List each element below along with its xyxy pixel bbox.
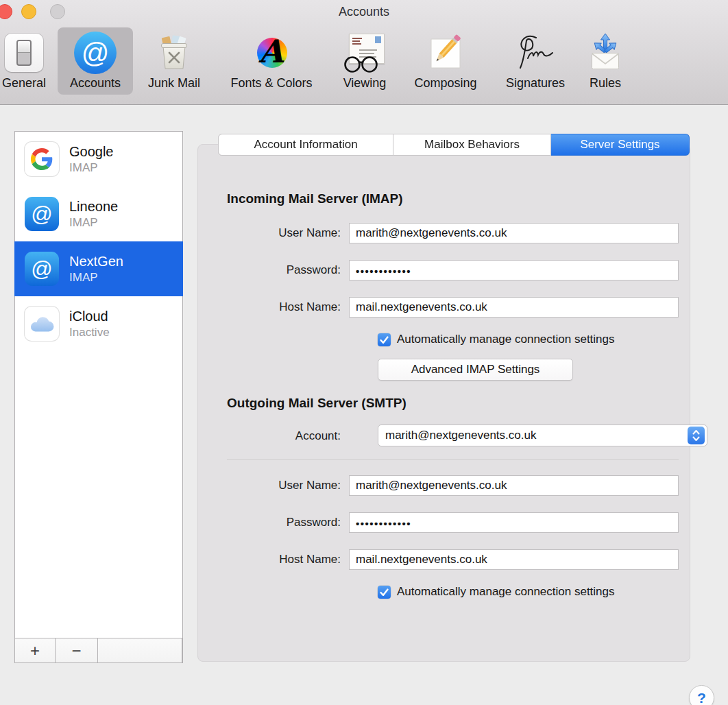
outgoing-password-input[interactable] [349,512,679,533]
toolbar-item-label: Signatures [506,76,565,91]
letter-rainbow-icon: A [252,30,291,75]
outgoing-password-row: Password: [227,512,679,534]
sidebar-item-nextgen[interactable]: @ NextGen IMAP [14,241,183,296]
incoming-user-name-input[interactable] [349,223,679,243]
checkbox-checked-icon [378,586,391,599]
account-type: IMAP [69,271,123,285]
tab-server-settings[interactable]: Server Settings [551,134,690,156]
toolbar-item-viewing[interactable]: Viewing [335,27,395,95]
user-name-label: User Name: [227,226,349,240]
tab-account-information[interactable]: Account Information [218,134,393,156]
icloud-cloud-icon [25,307,59,341]
toolbar-item-composing[interactable]: Composing [404,27,487,95]
at-badge-icon: @ [25,252,59,286]
smtp-account-popup[interactable]: marith@nextgenevents.co.uk [378,425,707,446]
glasses-letter-icon [343,30,386,75]
toolbar-item-label: Accounts [70,76,121,91]
sidebar-bottom-bar: + − [15,638,182,662]
outgoing-section-heading: Outgoing Mail Server (SMTP) [227,396,407,411]
tab-mailbox-behaviors[interactable]: Mailbox Behaviors [393,134,551,156]
incoming-user-name-row: User Name: [227,222,679,244]
outgoing-user-name-input[interactable] [349,475,679,496]
titlebar: Accounts [0,0,728,25]
sidebar-bottom-filler [98,638,182,662]
outgoing-user-name-row: User Name: [227,475,679,497]
toolbar-item-rules[interactable]: Rules [584,27,627,95]
toolbar-item-label: Viewing [343,76,387,91]
toolbar-item-junk-mail[interactable]: Junk Mail [138,27,210,95]
incoming-password-row: Password: [227,259,679,281]
signature-icon [513,30,557,75]
auto-manage-label: Automatically manage connection settings [397,585,615,599]
account-label: Account: [227,429,349,443]
outgoing-host-name-row: Host Name: [227,549,679,571]
incoming-section-heading: Incoming Mail Server (IMAP) [227,191,403,206]
sidebar-item-lineone[interactable]: @ Lineone IMAP [15,187,182,241]
incoming-host-name-row: Host Name: [227,296,679,318]
envelope-arrows-icon [585,30,625,75]
outgoing-host-name-input[interactable] [349,549,679,570]
toolbar-item-label: Fonts & Colors [230,76,312,91]
incoming-password-input[interactable] [349,260,679,280]
sidebar-item-icloud[interactable]: iCloud Inactive [15,296,182,351]
help-button[interactable]: ? [689,685,714,705]
trash-basket-icon [155,30,193,75]
server-settings-panel: Incoming Mail Server (IMAP) User Name: P… [197,144,690,662]
account-name: Google [69,144,114,160]
auto-manage-label: Automatically manage connection settings [397,333,615,346]
window-chrome: Accounts General @ Accounts [0,0,728,105]
preferences-toolbar: General @ Accounts [0,27,627,104]
checkbox-checked-icon [378,333,391,346]
host-name-label: Host Name: [227,300,349,314]
account-name: Lineone [69,199,118,215]
incoming-auto-manage-checkbox[interactable]: Automatically manage connection settings [378,332,615,347]
password-label: Password: [227,263,349,277]
google-logo-icon [25,142,59,176]
add-account-button[interactable]: + [15,638,56,662]
host-name-label: Host Name: [227,553,349,566]
settings-tab-bar: Account Information Mailbox Behaviors Se… [218,134,690,156]
incoming-host-name-input[interactable] [349,297,679,318]
toolbar-item-label: General [2,76,46,91]
toolbar-item-accounts[interactable]: @ Accounts [58,27,133,95]
section-divider [227,459,679,460]
advanced-imap-settings-button[interactable]: Advanced IMAP Settings [378,359,573,381]
account-name: NextGen [69,254,123,270]
account-type: IMAP [69,216,118,230]
window-title: Accounts [0,5,728,19]
toolbar-item-label: Junk Mail [148,76,200,91]
smtp-account-value: marith@nextgenevents.co.uk [378,429,688,442]
accounts-sidebar: Google IMAP @ Lineone IMAP @ NextGen IMA… [14,131,183,663]
account-status: Inactive [69,326,110,339]
toolbar-item-label: Rules [590,76,621,91]
user-name-label: User Name: [227,479,349,492]
outgoing-auto-manage-checkbox[interactable]: Automatically manage connection settings [378,584,615,599]
sidebar-item-google[interactable]: Google IMAP [15,132,182,187]
toolbar-item-label: Composing [414,76,476,91]
toolbar-item-signatures[interactable]: Signatures [496,27,574,95]
at-badge-icon: @ [25,197,59,231]
toggle-icon [5,30,43,75]
pencil-paper-icon [426,30,465,75]
at-circle-icon: @ [74,30,117,75]
toolbar-item-fonts-colors[interactable]: A Fonts & Colors [218,27,325,95]
toolbar-item-general[interactable]: General [0,27,52,95]
account-name: iCloud [69,309,110,324]
password-label: Password: [227,516,349,529]
account-type: IMAP [69,161,114,175]
popup-stepper-icon [688,427,705,444]
remove-account-button[interactable]: − [56,638,98,662]
